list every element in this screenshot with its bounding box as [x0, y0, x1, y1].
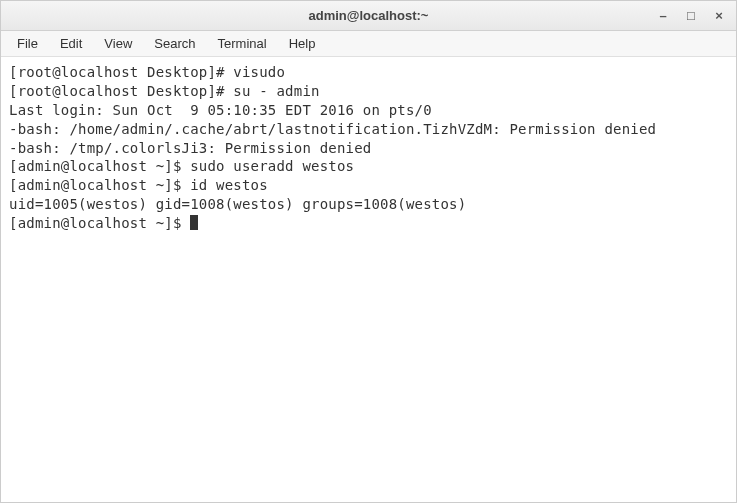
terminal-window: admin@localhost:~ – □ × File Edit View S… [0, 0, 737, 503]
terminal-prompt: [admin@localhost ~]$ [9, 215, 190, 231]
terminal-line: [root@localhost Desktop]# su - admin [9, 82, 728, 101]
maximize-button[interactable]: □ [684, 9, 698, 23]
terminal-line: Last login: Sun Oct 9 05:10:35 EDT 2016 … [9, 101, 728, 120]
titlebar: admin@localhost:~ – □ × [1, 1, 736, 31]
terminal-line: [root@localhost Desktop]# visudo [9, 63, 728, 82]
window-controls: – □ × [656, 9, 726, 23]
window-title: admin@localhost:~ [9, 8, 728, 23]
menu-view[interactable]: View [94, 33, 142, 54]
menu-file[interactable]: File [7, 33, 48, 54]
menu-edit[interactable]: Edit [50, 33, 92, 54]
menubar: File Edit View Search Terminal Help [1, 31, 736, 57]
minimize-button[interactable]: – [656, 9, 670, 23]
terminal-prompt-line: [admin@localhost ~]$ [9, 214, 728, 233]
terminal-line: [admin@localhost ~]$ id westos [9, 176, 728, 195]
terminal-line: uid=1005(westos) gid=1008(westos) groups… [9, 195, 728, 214]
close-button[interactable]: × [712, 9, 726, 23]
menu-terminal[interactable]: Terminal [208, 33, 277, 54]
menu-search[interactable]: Search [144, 33, 205, 54]
terminal-line: [admin@localhost ~]$ sudo useradd westos [9, 157, 728, 176]
terminal-line: -bash: /tmp/.colorlsJi3: Permission deni… [9, 139, 728, 158]
menu-help[interactable]: Help [279, 33, 326, 54]
cursor-icon [190, 215, 198, 230]
terminal-line: -bash: /home/admin/.cache/abrt/lastnotif… [9, 120, 728, 139]
terminal-output[interactable]: [root@localhost Desktop]# visudo [root@l… [1, 57, 736, 502]
